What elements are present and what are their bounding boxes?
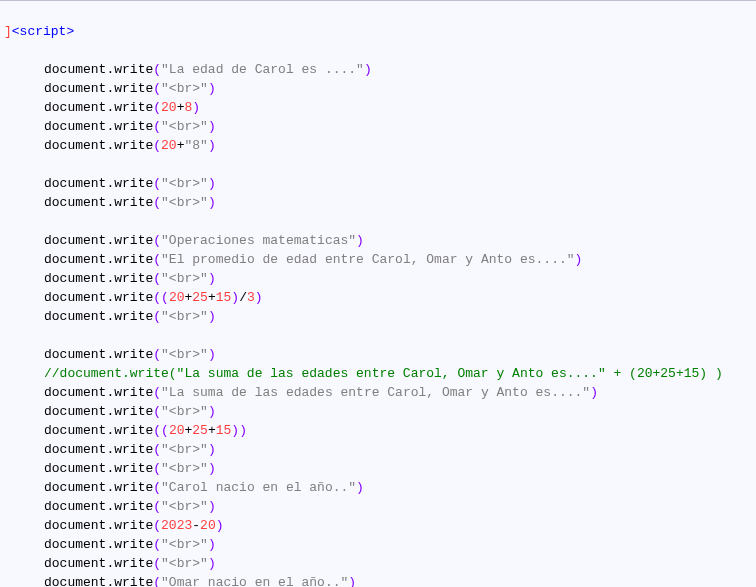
paren-open: ( (153, 461, 161, 476)
paren-open: ( (153, 309, 161, 324)
paren-open: ( (153, 100, 161, 115)
paren-open: ( (161, 423, 169, 438)
method: write (114, 442, 153, 457)
code-line: document.write("La suma de las edades en… (4, 383, 752, 402)
code-line: document.write(20+"8") (4, 136, 752, 155)
string-literal: "El promedio de edad entre Carol, Omar y… (161, 252, 574, 267)
identifier: document (44, 385, 106, 400)
paren-open: ( (153, 404, 161, 419)
code-line: document.write("<br>") (4, 269, 752, 288)
paren-open: ( (153, 518, 161, 533)
identifier: document (44, 100, 106, 115)
method: write (114, 385, 153, 400)
method: write (114, 138, 153, 153)
paren-open: ( (153, 62, 161, 77)
code-line (4, 155, 752, 174)
string-literal: "<br>" (161, 81, 208, 96)
code-line: document.write("<br>") (4, 174, 752, 193)
paren-close: ) (231, 290, 239, 305)
method: write (114, 480, 153, 495)
method: write (114, 62, 153, 77)
string-literal: "Operaciones matematicas" (161, 233, 356, 248)
paren-close: ) (590, 385, 598, 400)
code-editor[interactable]: ]<script> document.write("La edad de Car… (0, 0, 756, 587)
operator: - (192, 518, 200, 533)
string-literal: "<br>" (161, 499, 208, 514)
method: write (114, 100, 153, 115)
paren-close: ) (356, 480, 364, 495)
paren-open: ( (153, 423, 161, 438)
paren-close: ) (356, 233, 364, 248)
string-literal: "<br>" (161, 442, 208, 457)
string-literal: "<br>" (161, 176, 208, 191)
paren-close: ) (208, 404, 216, 419)
paren-close: ) (216, 518, 224, 533)
method: write (114, 537, 153, 552)
code-line: document.write((20+25+15)/3) (4, 288, 752, 307)
paren-close: ) (255, 290, 263, 305)
identifier: document (44, 138, 106, 153)
method: write (114, 271, 153, 286)
paren-close: ) (208, 81, 216, 96)
number: 20 (161, 100, 177, 115)
identifier: document (44, 81, 106, 96)
method: write (114, 404, 153, 419)
paren-open: ( (153, 480, 161, 495)
string-literal: "<br>" (161, 461, 208, 476)
paren-open: ( (153, 442, 161, 457)
code-line (4, 212, 752, 231)
code-line: document.write("<br>") (4, 307, 752, 326)
paren-close: ) (208, 119, 216, 134)
method: write (114, 309, 153, 324)
method: write (114, 290, 153, 305)
paren-open: ( (153, 537, 161, 552)
paren-open: ( (153, 556, 161, 571)
tag-open: <script> (12, 24, 74, 39)
paren-open: ( (153, 119, 161, 134)
paren-open: ( (153, 176, 161, 191)
paren-open: ( (161, 290, 169, 305)
paren-close: ) (192, 100, 200, 115)
operator: + (208, 290, 216, 305)
paren-close: ) (208, 556, 216, 571)
operator: / (239, 290, 247, 305)
string-literal: "<br>" (161, 404, 208, 419)
method: write (114, 252, 153, 267)
number: 25 (192, 290, 208, 305)
identifier: document (44, 518, 106, 533)
paren-close: ) (208, 347, 216, 362)
number: 2023 (161, 518, 192, 533)
method: write (114, 499, 153, 514)
method: write (114, 423, 153, 438)
gutter-mark: ] (4, 24, 12, 39)
number: 20 (169, 290, 185, 305)
paren-close: ) (364, 62, 372, 77)
code-line-tag: ]<script> (4, 22, 752, 41)
code-line: document.write(20+8) (4, 98, 752, 117)
code-line: document.write("Operaciones matematicas"… (4, 231, 752, 250)
paren-open: ( (153, 575, 161, 587)
string-literal: "Carol nacio en el año.." (161, 480, 356, 495)
code-line: document.write("<br>") (4, 497, 752, 516)
identifier: document (44, 575, 106, 587)
identifier: document (44, 290, 106, 305)
string-literal: "<br>" (161, 271, 208, 286)
identifier: document (44, 195, 106, 210)
paren-close: ) (348, 575, 356, 587)
code-line: document.write("La edad de Carol es ....… (4, 60, 752, 79)
paren-close: ) (208, 309, 216, 324)
paren-open: ( (153, 233, 161, 248)
paren-open: ( (153, 385, 161, 400)
paren-open: ( (153, 81, 161, 96)
paren-open: ( (153, 347, 161, 362)
number: 25 (192, 423, 208, 438)
paren-close: ) (575, 252, 583, 267)
paren-close: ) (231, 423, 239, 438)
identifier: document (44, 537, 106, 552)
method: write (114, 575, 153, 587)
number: 20 (169, 423, 185, 438)
paren-close: ) (208, 537, 216, 552)
identifier: document (44, 119, 106, 134)
number: 15 (216, 423, 232, 438)
code-line (4, 326, 752, 345)
